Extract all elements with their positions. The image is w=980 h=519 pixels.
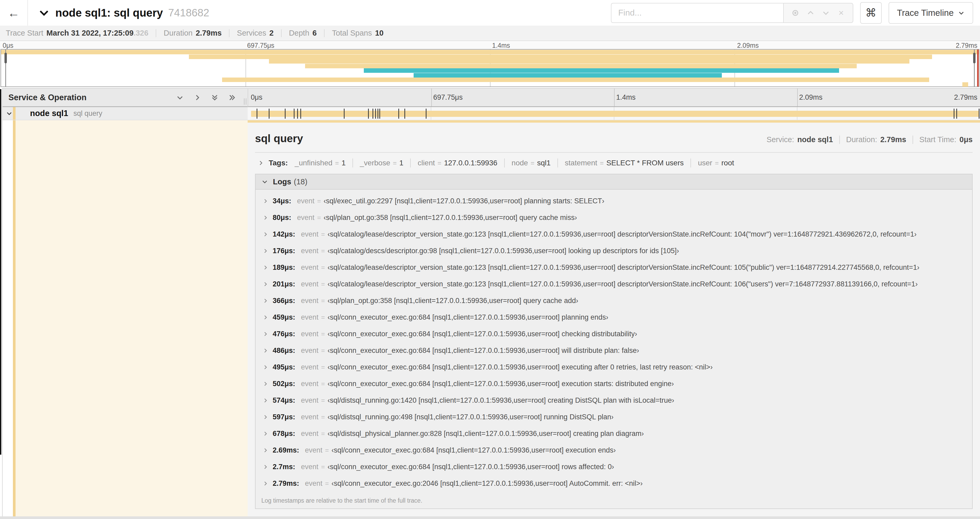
log-event-value: ‹sql/catalog/lease/descriptor_version_st… (328, 280, 918, 288)
tag-equals: = (531, 159, 535, 167)
log-entry-row[interactable]: 574μs:event=‹sql/distsql_running.go:1420… (256, 392, 972, 409)
chevron-right-icon (262, 348, 269, 354)
expand-one-chevron-right-icon[interactable] (193, 94, 201, 102)
logs-accordion-header[interactable]: Logs (18) (256, 174, 972, 190)
log-entry-row[interactable]: 201μs:event=‹sql/catalog/lease/descripto… (256, 276, 972, 292)
log-event-value: ‹sql/catalog/lease/descriptor_version_st… (328, 230, 916, 238)
collapse-one-chevron-down-icon[interactable] (176, 94, 184, 102)
chevron-right-icon (258, 160, 264, 166)
log-timestamp: 574μs: (273, 396, 295, 404)
summary-item-value: 2.79ms (196, 29, 221, 37)
logs-count: (18) (294, 177, 307, 186)
collapse-all-double-chevron-down-icon[interactable] (211, 94, 219, 102)
log-entry-row[interactable]: 678μs:event=‹sql/distsql_physical_planne… (256, 425, 972, 442)
log-event-marker[interactable] (297, 109, 298, 119)
log-entry-row[interactable]: 80μs:event=‹sql/plan_opt.go:358 [nsql1,c… (256, 209, 972, 226)
log-event-marker[interactable] (285, 109, 286, 119)
tag-key: node (512, 159, 528, 167)
log-entry-row[interactable]: 597μs:event=‹sql/distsql_running.go:498 … (256, 409, 972, 425)
log-entry-row[interactable]: 189μs:event=‹sql/catalog/lease/descripto… (256, 259, 972, 276)
log-event-marker[interactable] (377, 109, 378, 119)
log-event-marker[interactable] (372, 109, 373, 119)
log-entry-row[interactable]: 495μs:event=‹sql/conn_executor_exec.go:6… (256, 359, 972, 375)
summary-separator (324, 29, 325, 37)
command-icon: ⌘ (865, 6, 877, 19)
back-button[interactable]: ← (0, 0, 28, 26)
log-event-key: event (297, 214, 315, 222)
log-event-marker[interactable] (398, 109, 399, 119)
logs-footnote: Log timestamps are relative to the start… (256, 492, 972, 508)
chevron-right-icon (262, 248, 269, 254)
log-equals: = (321, 430, 325, 438)
log-entry-row[interactable]: 34μs:event=‹sql/exec_util.go:2297 [nsql1… (256, 193, 972, 209)
column-resize-grip[interactable] (244, 98, 978, 105)
log-event-marker[interactable] (375, 109, 376, 119)
trace-view-dropdown[interactable]: Trace Timeline (889, 2, 973, 24)
timeline-tick-label: 2.09ms (799, 93, 823, 102)
service-operation-title: Service & Operation (8, 93, 86, 102)
log-entry-row[interactable]: 142μs:event=‹sql/catalog/lease/descripto… (256, 226, 972, 243)
previous-result-icon[interactable] (804, 6, 818, 20)
log-event-marker[interactable] (300, 109, 301, 119)
tag-key: _unfinished (295, 159, 332, 167)
clear-find-icon[interactable]: × (834, 6, 848, 20)
log-event-marker[interactable] (368, 109, 369, 119)
back-arrow-icon: ← (8, 6, 20, 20)
log-event-marker[interactable] (954, 109, 955, 119)
span-collapse-chevron-down-icon[interactable] (6, 110, 13, 117)
log-entry-row[interactable]: 2.79ms:event=‹sql/conn_executor_exec.go:… (256, 475, 972, 492)
minimap-span-bar (269, 59, 909, 64)
keyboard-shortcuts-button[interactable]: ⌘ (860, 2, 882, 24)
tags-accordion[interactable]: Tags: _unfinished=1_verbose=1client=127.… (255, 157, 973, 169)
timeline-tick-label: 1.4ms (492, 42, 510, 50)
viewing-range-right-grip[interactable] (973, 53, 975, 63)
minimap-canvas[interactable] (0, 49, 980, 87)
log-timestamp: 502μs: (273, 380, 295, 388)
log-event-marker[interactable] (294, 109, 294, 119)
log-entry-row[interactable]: 459μs:event=‹sql/conn_executor_exec.go:6… (256, 309, 972, 326)
log-event-marker[interactable] (256, 109, 258, 119)
chevron-right-icon (262, 331, 269, 337)
span-operation-name: sql query (73, 109, 102, 118)
log-event-marker[interactable] (344, 109, 345, 119)
next-result-icon[interactable] (819, 6, 833, 20)
viewing-range-left-grip[interactable] (5, 53, 7, 63)
log-event-marker[interactable] (404, 109, 405, 119)
timeline-scrollbar-thumb[interactable] (0, 89, 1, 455)
log-equals: = (317, 214, 321, 222)
focus-match-icon[interactable] (789, 6, 802, 20)
summary-separator (229, 29, 229, 37)
log-entry-row[interactable]: 486μs:event=‹sql/conn_executor_exec.go:6… (256, 342, 972, 359)
log-event-marker[interactable] (379, 109, 380, 119)
log-event-marker[interactable] (956, 109, 957, 119)
timeline-tick-label: 697.75μs (433, 93, 463, 102)
span-row-name-cell[interactable]: node sql1 sql query (3, 107, 248, 120)
log-equals: = (321, 330, 325, 338)
span-detail-panel: sql query Service: node sql1 Duration: 2… (248, 120, 980, 516)
chevron-right-icon (262, 281, 269, 287)
log-event-key: event (301, 330, 318, 338)
log-event-marker[interactable] (426, 109, 426, 119)
log-timestamp: 459μs: (273, 313, 295, 321)
span-duration-bar[interactable] (251, 111, 979, 117)
log-entry-row[interactable]: 2.7ms:event=‹sql/conn_executor_exec.go:6… (256, 458, 972, 475)
log-event-marker[interactable] (269, 109, 269, 119)
log-entry-row[interactable]: 2.69ms:event=‹sql/conn_executor_exec.go:… (256, 442, 972, 458)
log-event-marker[interactable] (979, 109, 980, 119)
log-entry-row[interactable]: 176μs:event=‹sql/catalog/descs/descripto… (256, 243, 972, 259)
log-timestamp: 366μs: (273, 297, 295, 305)
viewing-range-red-edge[interactable] (977, 50, 979, 86)
log-entry-row[interactable]: 476μs:event=‹sql/conn_executor_exec.go:6… (256, 326, 972, 342)
log-entry-row[interactable]: 366μs:event=‹sql/plan_opt.go:358 [nsql1,… (256, 292, 972, 309)
trace-summary-bar: Trace StartMarch 31 2022, 17:25:09.326Du… (0, 26, 980, 41)
log-entry-row[interactable]: 502μs:event=‹sql/conn_executor_exec.go:6… (256, 375, 972, 392)
log-equals: = (321, 397, 325, 404)
service-color-wash (16, 120, 248, 516)
find-input[interactable] (611, 3, 783, 23)
start-time-value: 0μs (959, 135, 973, 144)
span-row-timeline-cell[interactable] (248, 107, 980, 120)
expand-all-double-chevron-right-icon[interactable] (228, 94, 236, 102)
timeline-scrollbar-track[interactable] (0, 88, 3, 516)
span-detail-header: sql query Service: node sql1 Duration: 2… (255, 133, 973, 145)
trace-title-chevron-down-icon[interactable] (38, 7, 49, 18)
